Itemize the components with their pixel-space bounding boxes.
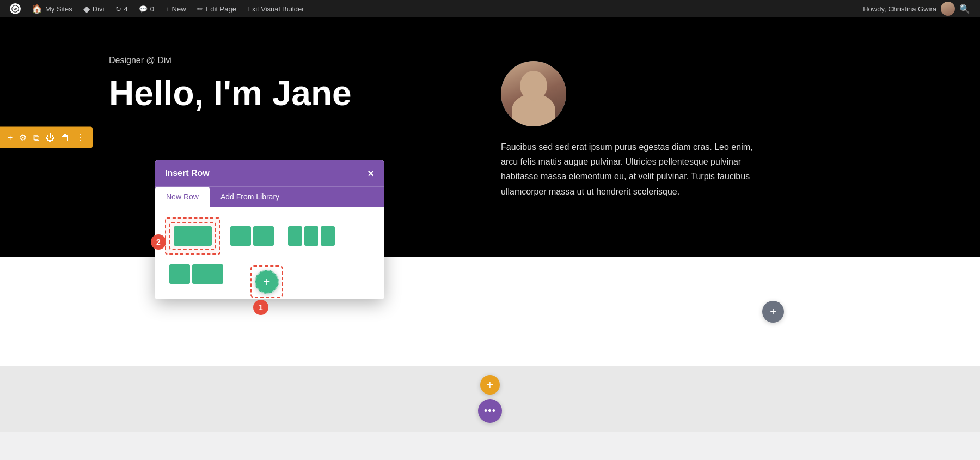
toolbar-settings-icon[interactable]: ⚙ (19, 132, 27, 143)
admin-bar-right: Howdy, Christina Gwira 🔍 (857, 2, 976, 16)
search-icon[interactable]: 🔍 (959, 4, 970, 14)
white-section: + (0, 257, 980, 366)
toolbar-power-icon[interactable]: ⏻ (46, 132, 54, 142)
comment-count: 0 (150, 5, 154, 13)
user-greeting: Howdy, Christina Gwira (863, 5, 936, 13)
update-icon: ↻ (115, 5, 121, 13)
add-row-container: + (250, 265, 283, 298)
gray-add-button[interactable]: + (762, 301, 784, 323)
add-row-button[interactable]: + (255, 270, 279, 294)
wp-logo: W (10, 3, 21, 14)
badge-2: 2 (151, 234, 166, 250)
col-1-3a (169, 264, 190, 284)
more-options-button[interactable]: ••• (478, 399, 502, 423)
col-1-3b (192, 264, 223, 284)
edit-page-label: Edit Page (206, 5, 236, 13)
toolbar-more-icon[interactable]: ⋮ (76, 132, 85, 143)
col-2a (230, 226, 251, 246)
updates-item[interactable]: ↻ 4 (110, 0, 133, 17)
hero-title: Hello, I'm Jane (109, 74, 479, 112)
gray-section: + ••• (0, 366, 980, 432)
add-row-dashed-outline: + (250, 265, 283, 298)
dialog-tabs: New Row Add From Library (155, 186, 384, 207)
add-section-button[interactable]: + (480, 375, 500, 395)
layout-1col[interactable] (165, 217, 220, 255)
hero-left: Designer @ Divi Hello, I'm Jane (109, 50, 479, 123)
edit-page-item[interactable]: ✏ Edit Page (192, 0, 242, 17)
avatar-image (501, 61, 566, 126)
comment-icon: 💬 (139, 5, 148, 13)
pencil-icon: ✏ (197, 5, 203, 13)
plus-icon: + (165, 5, 169, 13)
exit-builder-item[interactable]: Exit Visual Builder (242, 0, 310, 17)
layout-1col-outline (169, 222, 216, 250)
my-sites-label: My Sites (45, 5, 72, 13)
dialog-header: Insert Row × (155, 160, 384, 186)
hero-description: Faucibus sed sed erat ipsum purus egesta… (501, 140, 762, 199)
divi-item[interactable]: ◆ Divi (78, 0, 110, 17)
user-avatar[interactable] (941, 2, 955, 16)
comments-item[interactable]: 💬 0 (133, 0, 160, 17)
my-sites-item[interactable]: 🏠 My Sites (26, 0, 78, 17)
hero-subtitle: Designer @ Divi (109, 56, 479, 65)
tab-new-row[interactable]: New Row (155, 187, 210, 207)
gray-add-container: + (762, 301, 784, 323)
dialog-title: Insert Row (165, 168, 210, 178)
layout-2col[interactable] (226, 222, 278, 250)
tab-add-from-library[interactable]: Add From Library (210, 187, 290, 207)
layout-3col[interactable] (284, 222, 339, 250)
dialog-close-button[interactable]: × (367, 168, 374, 179)
hero-section: + ⚙ ⧉ ⏻ 🗑 ⋮ Designer @ Divi Hello, I'm J… (0, 17, 980, 257)
col-3c (321, 226, 335, 246)
toolbar-duplicate-icon[interactable]: ⧉ (33, 132, 39, 142)
divi-icon: ◆ (83, 4, 90, 14)
exit-builder-label: Exit Visual Builder (247, 5, 304, 13)
new-label: New (172, 5, 186, 13)
svg-text:W: W (14, 7, 17, 11)
col-3a (288, 226, 302, 246)
home-icon: 🏠 (32, 4, 42, 14)
admin-bar: W 🏠 My Sites ◆ Divi ↻ 4 💬 0 + New ✏ Edit… (0, 0, 980, 17)
new-item[interactable]: + New (160, 0, 192, 17)
hero-right: Faucibus sed sed erat ipsum purus egesta… (501, 50, 871, 199)
toolbar-add-icon[interactable]: + (8, 132, 13, 142)
section-toolbar: + ⚙ ⧉ ⏻ 🗑 ⋮ (0, 127, 93, 148)
divi-label: Divi (93, 5, 105, 13)
col-2b (253, 226, 274, 246)
hero-avatar (501, 61, 566, 126)
update-count: 4 (124, 5, 128, 13)
layout-4col[interactable] (165, 260, 228, 288)
col-3b (304, 226, 318, 246)
badge-1: 1 (253, 300, 268, 315)
toolbar-delete-icon[interactable]: 🗑 (61, 132, 70, 142)
page-content: + ⚙ ⧉ ⏻ 🗑 ⋮ Designer @ Divi Hello, I'm J… (0, 17, 980, 432)
wp-logo-item[interactable]: W (4, 0, 26, 17)
col-single (174, 226, 212, 246)
